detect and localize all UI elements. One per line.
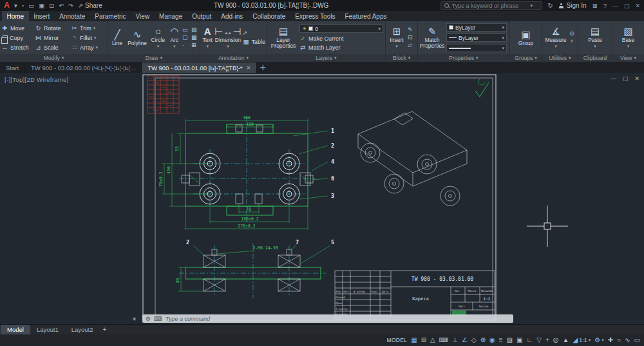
panel-title-utilities[interactable]: Utilities▾ <box>542 54 578 62</box>
model-space-canvas[interactable]: 300 180 53 150 79±0.2 70 180±0.2 270±0.2 <box>0 73 644 324</box>
new-layout-button[interactable]: + <box>100 325 110 334</box>
ribbon-tab-annotate[interactable]: Annotate <box>55 11 90 21</box>
group-button[interactable]: ▣Group <box>515 22 537 54</box>
restore-icon[interactable]: ▢ <box>624 3 630 9</box>
file-tab-start[interactable]: Start <box>0 62 25 73</box>
hatch-icon[interactable]: ▨ <box>191 27 198 33</box>
undo-icon[interactable]: ↶ <box>59 3 64 9</box>
line-button[interactable]: ╱Line <box>109 22 125 54</box>
layer-properties-button[interactable]: ▤Layer Properties <box>269 22 298 54</box>
workspace-switching[interactable]: ⚙ ▾ <box>594 337 603 343</box>
rectangle-icon[interactable]: ▭ <box>182 27 189 33</box>
viewport-minimize-icon[interactable]: — <box>611 75 616 82</box>
paste-button[interactable]: ▤Paste▾ <box>584 22 606 54</box>
file-tab-doc1[interactable]: TW 900 - 03.02.00.00 (ЧЦ-¦Ч¦-¦Ь¦-¦Ь¦... <box>25 62 142 73</box>
share-button[interactable]: ⇗ Share <box>78 2 102 9</box>
arc-button[interactable]: ◠Arc▾ <box>168 22 181 54</box>
selection-filter-icon[interactable]: ▽ <box>536 337 542 343</box>
app-menu-chevron-icon[interactable]: ▾ <box>14 3 17 9</box>
base-view-button[interactable]: ▧Base▾ <box>618 22 639 54</box>
tab-model[interactable]: Model <box>1 325 30 334</box>
selection-cycling-icon[interactable]: ▣ <box>516 337 522 343</box>
tab-layout2[interactable]: Layout2 <box>65 325 100 334</box>
trim-button[interactable]: ✂Trim▾ <box>71 24 104 32</box>
model-space-toggle[interactable]: MODEL <box>387 337 408 343</box>
gradient-icon[interactable]: ▩ <box>191 35 198 41</box>
copy-button[interactable]: Copy <box>1 34 35 41</box>
ortho-icon[interactable]: ⊥ <box>452 337 458 343</box>
open-file-icon[interactable]: ▭ <box>28 3 34 9</box>
app-store-icon[interactable]: ⊞ <box>592 3 598 9</box>
autocad-logo-icon[interactable]: A <box>4 1 10 10</box>
measure-button[interactable]: ∡Measure▾ <box>544 22 568 54</box>
annotation-scale-control[interactable]: ◢ 1:1 ▾ <box>573 337 591 343</box>
sign-in-button[interactable]: Sign In <box>559 2 587 9</box>
edit-block-icon[interactable]: ✎ <box>408 27 413 33</box>
search-box[interactable]: ▾ <box>440 1 542 10</box>
isodraft-icon[interactable]: ◇ <box>471 337 477 343</box>
viewport-restore-icon[interactable]: ▢ <box>623 75 629 82</box>
stretch-button[interactable]: ↔Stretch <box>1 44 35 51</box>
plot-icon[interactable]: ⊡ <box>49 3 54 9</box>
ribbon-tab-collaborate[interactable]: Collaborate <box>248 11 290 21</box>
match-layer-button[interactable]: ⇄Match Layer <box>299 44 383 51</box>
save-icon[interactable]: ▣ <box>39 3 44 9</box>
gizmo-icon[interactable]: + <box>545 337 549 343</box>
object-snap-icon[interactable]: ◉ <box>489 337 495 343</box>
ellipse-icon[interactable]: ▢ <box>182 35 189 41</box>
redo-icon[interactable]: ↷ <box>68 3 73 9</box>
region-icon[interactable]: ⊞ <box>191 43 198 48</box>
panel-title-block[interactable]: Block▾ <box>386 54 417 62</box>
id-point-icon[interactable]: ⊙ <box>569 31 574 37</box>
customize-icon[interactable]: ⚙ <box>146 316 151 322</box>
panel-title-annotation[interactable]: Annotation▾ <box>200 54 267 62</box>
move-button[interactable]: ✚Move <box>1 24 35 32</box>
panel-title-clipboard[interactable]: Clipboard <box>578 54 612 62</box>
ribbon-tab-home[interactable]: Home <box>2 11 29 21</box>
make-current-button[interactable]: ✓Make Current <box>299 35 383 42</box>
file-tab-doc2[interactable]: TW 900 - 03.03.01.00 [Ь]-ТА¦¦ТВ¦-*✕ <box>142 62 257 73</box>
block-attributes-icon[interactable]: ▱ <box>408 43 412 48</box>
panel-title-groups[interactable]: Groups▾ <box>510 54 542 62</box>
grid-icon[interactable]: ▦ <box>411 337 417 343</box>
new-file-icon[interactable]: ▫ <box>22 3 24 9</box>
polyline-button[interactable]: ∿Polyline <box>126 22 148 54</box>
autoscale-icon[interactable]: ▲ <box>563 337 569 343</box>
close-icon[interactable]: ✕ <box>635 3 640 9</box>
multileader-icon[interactable]: ↗ <box>242 30 265 36</box>
snap-mode-icon[interactable]: ⊞ <box>421 337 426 343</box>
ribbon-tab-insert[interactable]: Insert <box>29 11 55 21</box>
drawing-area[interactable]: 300 180 53 150 79±0.2 70 180±0.2 270±0.2 <box>0 73 644 324</box>
dynamic-ucs-icon[interactable]: ∟ <box>527 337 533 343</box>
search-chevron-icon[interactable]: ▾ <box>531 3 533 8</box>
dimension-button[interactable]: ⊢↔⊣Dimension▾ <box>214 22 241 54</box>
panel-title-layers[interactable]: Layers▾ <box>267 54 385 62</box>
create-block-icon[interactable]: ⊡ <box>408 35 413 41</box>
annotation-monitor-icon[interactable]: ✚ <box>608 337 613 343</box>
ribbon-tab-featured-apps[interactable]: Featured Apps <box>340 11 392 21</box>
lineweight-dropdown[interactable]: ▾ <box>446 44 507 52</box>
transparency-icon[interactable]: ▨ <box>507 337 513 343</box>
match-properties-button[interactable]: ✎Match Properties <box>419 22 445 54</box>
help-icon[interactable]: ? <box>603 3 607 9</box>
annotation-visibility-icon[interactable]: ◎ <box>553 337 559 343</box>
ribbon-tab-express-tools[interactable]: Express Tools <box>290 11 340 21</box>
ribbon-tab-parametric[interactable]: Parametric <box>90 11 131 21</box>
ribbon-tab-addins[interactable]: Add-ins <box>216 11 248 21</box>
osnap-tracking-icon[interactable]: ⊕ <box>480 337 486 343</box>
ribbon-tab-view[interactable]: View <box>131 11 155 21</box>
new-tab-button[interactable]: + <box>257 62 269 73</box>
clean-screen-icon[interactable]: ▭ <box>634 337 640 343</box>
search-input[interactable] <box>452 3 528 9</box>
fillet-button[interactable]: ◝Fillet▾ <box>71 34 104 41</box>
scale-button[interactable]: ⊿Scale <box>35 44 71 51</box>
panel-title-properties[interactable]: Properties▾ <box>418 54 509 62</box>
graphics-performance-icon[interactable]: ∿ <box>625 337 630 343</box>
command-input[interactable] <box>166 316 510 322</box>
lineweight-icon[interactable]: ≡ <box>499 337 503 343</box>
mirror-button[interactable]: ⋈Mirror <box>35 34 71 41</box>
rotate-button[interactable]: ↻Rotate <box>35 24 71 32</box>
table-button[interactable]: ▦Table <box>242 38 265 45</box>
quick-select-icon[interactable]: + <box>570 39 573 44</box>
close-tab-icon[interactable]: ✕ <box>247 65 251 71</box>
